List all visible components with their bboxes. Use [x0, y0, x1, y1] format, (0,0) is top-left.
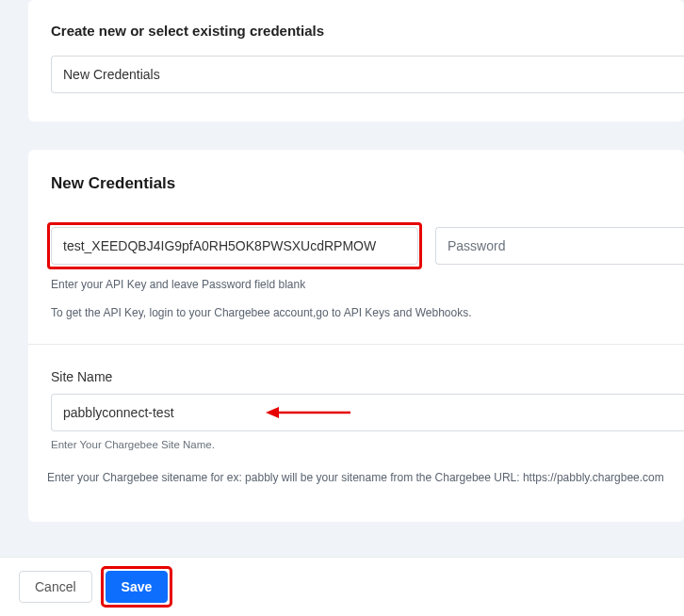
sitename-description: Enter your Chargebee sitename for ex: pa… [47, 471, 684, 484]
section-divider [28, 344, 684, 345]
save-button[interactable]: Save [106, 571, 169, 603]
api-key-hint2: To get the API Key, login to your Charge… [51, 306, 684, 319]
api-password-row [51, 227, 684, 265]
new-credentials-card: New Credentials Enter your API Key and l… [28, 150, 684, 522]
credentials-select-title: Create new or select existing credential… [51, 23, 684, 39]
api-key-wrapper [51, 227, 418, 265]
password-input[interactable] [435, 227, 684, 265]
new-credentials-heading: New Credentials [51, 174, 684, 193]
save-button-wrapper: Save [106, 571, 169, 603]
password-wrapper [435, 227, 684, 265]
sitename-wrapper [51, 394, 684, 431]
sitename-input[interactable] [51, 394, 684, 431]
footer-bar: Cancel Save [0, 557, 684, 616]
api-key-input[interactable] [51, 227, 418, 265]
cancel-button[interactable]: Cancel [19, 571, 92, 603]
credentials-select-card: Create new or select existing credential… [28, 0, 684, 122]
api-key-hint: Enter your API Key and leave Password fi… [51, 278, 684, 291]
sitename-label: Site Name [51, 369, 684, 384]
credentials-select-input[interactable] [51, 56, 684, 93]
sitename-hint: Enter Your Chargebee Site Name. [51, 439, 684, 450]
credentials-select-row [51, 56, 684, 93]
